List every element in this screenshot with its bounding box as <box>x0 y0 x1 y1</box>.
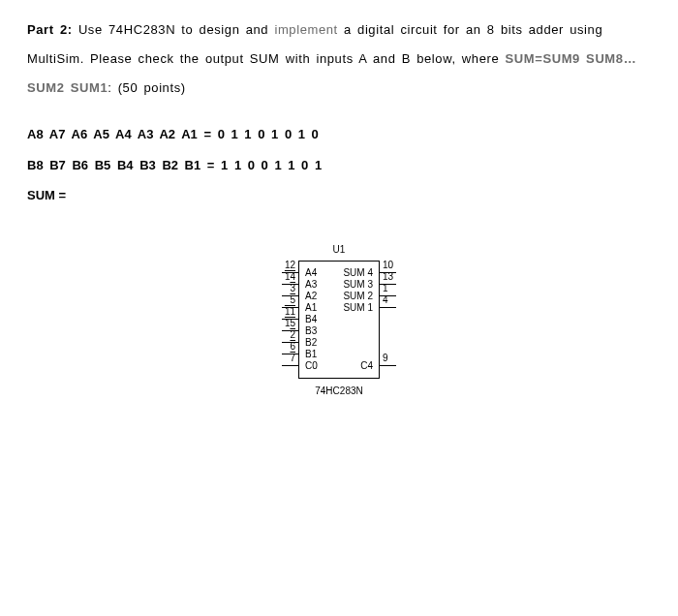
pin-number-right: 1 <box>383 284 402 293</box>
pin-label-left: B4 <box>299 315 317 324</box>
input-b-line: B8 B7 B6 B5 B4 B3 B2 B1 = 1 1 0 0 1 1 0 … <box>27 151 651 180</box>
pin-number-left: 12 <box>276 261 295 270</box>
text: MultiSim. Please check the output SUM wi… <box>27 51 506 66</box>
chip-row: 2B2 <box>299 337 379 349</box>
pin-number-right: 9 <box>383 354 402 363</box>
chip-model: 74HC283N <box>252 386 426 396</box>
pin-number-right: 13 <box>383 272 402 282</box>
text: Use 74HC283N to design and <box>73 22 275 37</box>
input-a-line: A8 A7 A6 A5 A4 A3 A2 A1 = 0 1 1 0 1 0 1 … <box>27 120 651 149</box>
pin-label-left: B3 <box>299 326 317 336</box>
pin-number-right: 4 <box>383 295 402 305</box>
implement-highlight: implement <box>274 22 337 37</box>
pin-number-left: 14 <box>276 272 295 282</box>
sum-gray-bold: SUM=SUM9 SUM8… <box>506 51 637 66</box>
pin-number-left: 15 <box>276 319 295 328</box>
pin-number-left: 5 <box>276 295 295 305</box>
problem-line-2: MultiSim. Please check the output SUM wi… <box>27 45 651 74</box>
chip-row: 7C0C49 <box>299 360 379 372</box>
chip-row: 6B1 <box>299 349 379 360</box>
pin-label-left: B1 <box>299 350 317 359</box>
pin-number-left: 6 <box>276 342 295 352</box>
pin-label-left: B2 <box>299 338 317 348</box>
pin-label-left: C0 <box>299 361 318 371</box>
chip-ref: U1 <box>252 245 426 255</box>
text: a digital circuit for an 8 bits adder us… <box>338 22 602 37</box>
problem-line-3: SUM2 SUM1: (50 points) <box>27 74 651 103</box>
sum-line: SUM = <box>27 181 651 210</box>
pin-label-right: SUM 1 <box>343 303 379 313</box>
problem-line-1: Part 2: Use 74HC283N to design and imple… <box>27 15 651 45</box>
chip-row: 14A3SUM 313 <box>299 279 379 291</box>
pin-number-left: 3 <box>276 284 295 293</box>
pin-label-left: A4 <box>299 268 317 278</box>
chip-diagram: U1 12A4SUM 41014A3SUM 3133A2SUM 215A1SUM… <box>27 245 651 396</box>
pin-label-left: A3 <box>299 280 317 290</box>
pin-label-right: SUM 2 <box>343 292 379 301</box>
inputs-block: A8 A7 A6 A5 A4 A3 A2 A1 = 0 1 1 0 1 0 1 … <box>27 120 651 211</box>
pin-line-right <box>379 365 396 366</box>
part-label: Part 2: <box>27 22 73 37</box>
text: : (50 points) <box>108 80 185 95</box>
chip-row: 15B3 <box>299 325 379 337</box>
pin-label-left: A2 <box>299 292 317 301</box>
pin-line-left <box>282 365 299 366</box>
pin-label-left: A1 <box>299 303 317 313</box>
sum2-sum1: SUM2 SUM1 <box>27 80 108 95</box>
chip-row: 5A1SUM 14 <box>299 302 379 314</box>
chip-row: 12A4SUM 410 <box>299 267 379 279</box>
chip-row: 3A2SUM 21 <box>299 291 379 302</box>
pin-label-right: C4 <box>360 361 379 371</box>
pin-label-right: SUM 4 <box>343 268 379 278</box>
pin-number-left: 7 <box>276 354 295 363</box>
chip-row: 11B4 <box>299 314 379 325</box>
pin-number-left: 11 <box>276 307 295 317</box>
problem-text: Part 2: Use 74HC283N to design and imple… <box>27 15 651 103</box>
pin-number-right: 10 <box>383 261 402 270</box>
chip-body: 12A4SUM 41014A3SUM 3133A2SUM 215A1SUM 14… <box>298 261 380 379</box>
pin-number-left: 2 <box>276 330 295 340</box>
pin-label-right: SUM 3 <box>343 280 379 290</box>
pin-line-right <box>379 307 396 308</box>
